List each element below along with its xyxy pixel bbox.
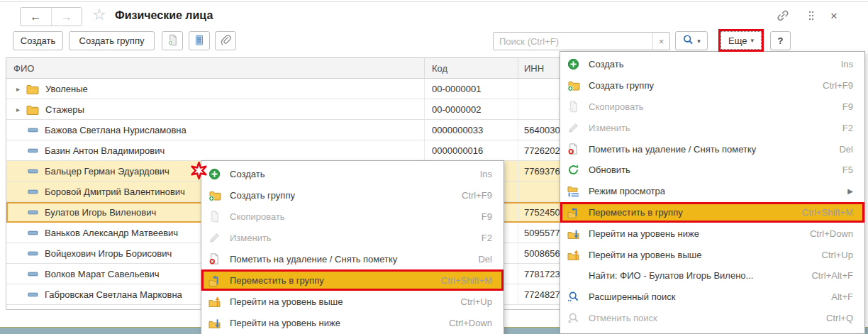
get-link-button[interactable]	[774, 9, 791, 24]
row-name: Войцехович Игорь Борисович	[45, 248, 172, 259]
shortcut-label: Ctrl+Up	[822, 250, 853, 260]
more-menu-item-label: Создать группу	[589, 80, 823, 91]
dots-menu-icon	[807, 10, 816, 23]
shortcut-label: F5	[842, 165, 853, 175]
back-button[interactable]: ←	[21, 8, 51, 26]
more-menu-item-label: Режим просмотра	[589, 186, 847, 196]
shortcut-label: Ctrl+Alt+F	[811, 270, 853, 281]
more-button[interactable]: Еще ▾	[720, 31, 762, 50]
search-options-button[interactable]: ▾	[675, 31, 708, 50]
row-name: Уволеные	[45, 84, 88, 94]
more-menu-item[interactable]: СоздатьIns	[560, 54, 864, 75]
dropdown-arrow-icon: ▾	[697, 38, 701, 45]
element-icon	[28, 271, 38, 277]
more-menu-item-label: Переместить в группу	[589, 207, 802, 218]
context-menu-item: СкопироватьF9	[201, 206, 503, 227]
more-menu-item: Отменить поискCtrl+Q	[560, 308, 864, 329]
move-to-group-icon	[208, 274, 223, 286]
context-menu-item[interactable]: Перейти на уровень вышеCtrl+Up	[201, 291, 503, 312]
window-top-divider	[0, 1, 868, 2]
attachments-button[interactable]	[215, 31, 236, 50]
window-menu-button[interactable]	[803, 9, 820, 24]
more-menu-item[interactable]: ОбновитьF5	[560, 160, 864, 181]
close-button[interactable]: ×	[825, 9, 842, 24]
context-menu-item[interactable]: Переместить в группуCtrl+Shift+M	[201, 269, 503, 291]
shortcut-label: Del	[839, 144, 853, 155]
context-menu-item[interactable]: Пометить на удаление / Снять пометкуDel	[201, 248, 503, 269]
list-view-button[interactable]	[189, 31, 210, 50]
page-title: Физические лица	[115, 9, 213, 22]
shortcut-label: Ctrl+Q	[826, 313, 853, 323]
search-input[interactable]	[494, 33, 652, 50]
level-down-icon	[567, 227, 582, 240]
context-menu-item: ИзменитьF2	[201, 227, 503, 248]
context-menu-item-label: Создать группу	[230, 190, 462, 201]
folder-icon	[26, 104, 39, 115]
edit-icon	[567, 121, 582, 134]
clear-icon: ×	[659, 36, 664, 47]
more-menu-item-label: Создать	[589, 59, 841, 69]
back-icon: ←	[30, 11, 41, 23]
column-header-fio[interactable]: ФИО	[6, 58, 425, 78]
context-menu-item[interactable]: Создать группуCtrl+F9	[201, 184, 503, 206]
expand-icon[interactable]: ▸	[13, 85, 23, 93]
row-name: Габровская Светлана Марковна	[45, 289, 182, 300]
row-name: Волков Марат Савельевич	[45, 269, 160, 279]
shortcut-label: F9	[842, 101, 853, 112]
context-menu-item-label: Скопировать	[230, 211, 482, 222]
shortcut-label: Ins	[480, 169, 492, 179]
expand-icon[interactable]: ▸	[13, 106, 23, 113]
more-menu-item[interactable]: Перейти на уровень нижеCtrl+Down	[560, 223, 864, 244]
history-nav: ← →	[20, 7, 82, 26]
row-name: Булатов Игорь Виленович	[45, 207, 156, 218]
more-menu-item[interactable]: Режим просмотра▶	[560, 181, 864, 202]
context-menu-item[interactable]: СоздатьIns	[201, 163, 503, 184]
more-menu-item[interactable]: Найти: ФИО - Булатов Игорь Вилено...Ctrl…	[560, 265, 864, 286]
more-menu-item: СкопироватьF9	[560, 96, 864, 118]
cell-fio: Базин Антон Владимирович	[6, 140, 425, 160]
column-header-code[interactable]: Код	[425, 58, 518, 78]
more-menu-item-label: Найти: ФИО - Булатов Игорь Вилено...	[589, 270, 811, 281]
advanced-search-icon	[567, 291, 582, 304]
element-icon	[28, 189, 38, 195]
element-icon	[28, 209, 38, 216]
row-name: Базин Антон Владимирович	[45, 145, 165, 156]
cell-fio: ▸Стажеры	[6, 99, 425, 119]
more-menu-item[interactable]: Пометить на удаление / Снять пометкуDel	[560, 138, 864, 160]
search-clear-button[interactable]: ×	[652, 33, 669, 50]
cell-code: 0000000033	[425, 120, 518, 140]
shortcut-label: Ctrl+Shift+M	[441, 275, 492, 286]
cell-code: 00-0000002	[425, 99, 518, 119]
shortcut-label: F9	[482, 211, 492, 222]
copy-element-button[interactable]	[162, 31, 183, 50]
search-box: ×	[493, 32, 670, 50]
level-up-icon	[567, 248, 582, 261]
element-icon	[28, 147, 38, 154]
context-menu-item[interactable]: Перейти на уровень нижеCtrl+Down	[201, 312, 503, 333]
dropdown-arrow-icon: ▾	[750, 37, 754, 44]
create-icon	[208, 167, 223, 180]
help-button[interactable]: ?	[770, 31, 791, 50]
more-menu-item-label: Отменить поиск	[589, 313, 826, 323]
context-menu-item-label: Изменить	[230, 233, 482, 243]
more-menu-item-label: Расширенный поиск	[589, 291, 831, 302]
more-menu-item[interactable]: Переместить в группуCtrl+Shift+M	[560, 202, 864, 223]
create-group-button[interactable]: Создать группу	[69, 31, 155, 50]
copy-icon	[567, 100, 582, 113]
more-menu-item[interactable]: Создать группуCtrl+F9	[560, 75, 864, 96]
favorite-star-icon[interactable]: ☆	[92, 6, 106, 24]
shortcut-label: F2	[842, 123, 853, 133]
more-menu-item-label: Перейти на уровень ниже	[589, 228, 810, 239]
create-group-icon	[567, 79, 582, 92]
cell-code: 0000000016	[425, 140, 518, 160]
shortcut-label: Ctrl+F9	[823, 80, 853, 91]
create-button[interactable]: Создать	[13, 31, 63, 50]
shortcut-label: F2	[482, 233, 492, 243]
more-menu-item[interactable]: Перейти на уровень вышеCtrl+Up	[560, 244, 864, 265]
element-icon	[28, 168, 38, 174]
forward-button[interactable]: →	[51, 8, 82, 26]
context-menu: СоздатьInsСоздать группуCtrl+F9Скопирова…	[201, 160, 504, 334]
more-menu-item[interactable]: Расширенный поискAlt+F	[560, 286, 864, 308]
cell-fio: Бажова Светлана Нурисламовна	[6, 120, 425, 140]
level-up-icon	[208, 295, 223, 308]
